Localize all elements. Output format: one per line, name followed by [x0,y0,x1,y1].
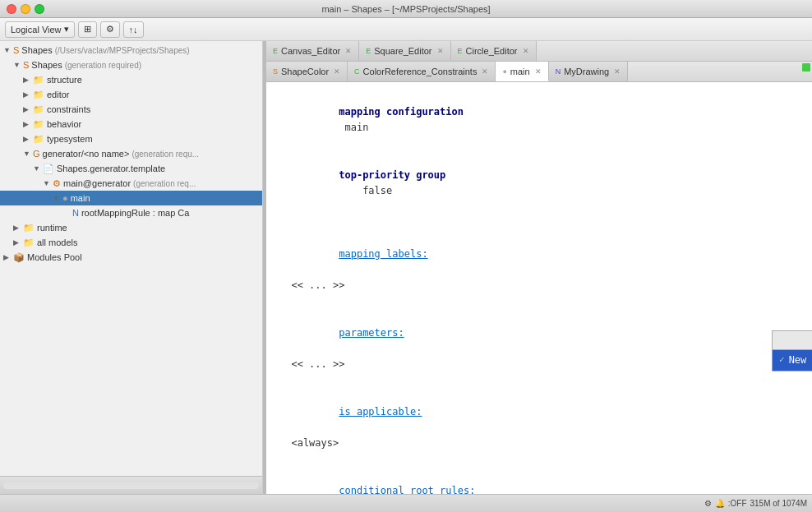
tab-close[interactable]: ✕ [482,67,488,76]
folder-icon: 📁 [33,119,44,130]
tab-square-editor[interactable]: E Square_Editor ✕ [359,41,450,61]
sidebar-item-template[interactable]: ▼ 📄 Shapes.generator.template [0,161,262,176]
code-line-applicable: is applicable: [279,389,799,436]
tree-arrow: ▶ [23,120,31,128]
main-gen-sublabel: (generation req... [133,179,196,188]
toolbar-add-btn[interactable]: ⊞ [78,21,97,38]
tab-close[interactable]: ✕ [334,67,340,76]
editor-content[interactable]: mapping configuration main top-priority … [266,82,812,494]
sidebar-item-allmodels[interactable]: ▶ 📁 all models [0,235,262,250]
add-icon: ⊞ [84,24,91,35]
minimize-button[interactable] [21,4,30,14]
tab-close[interactable]: ✕ [345,47,352,55]
toolbar-settings-btn[interactable]: ⚙ [100,21,120,38]
template-icon: 📄 [43,164,54,174]
horizontal-scrollbar[interactable] [3,482,259,489]
app-container: Logical View ▾ ⊞ ⚙ ↑↓ ▼ S Shapes (/Users… [0,18,812,512]
sidebar-item-main-generator[interactable]: ▼ ⚙ main@generator (generation req... [0,176,262,191]
tab-close[interactable]: ✕ [614,67,621,76]
status-icon1: ⚙ [704,499,712,508]
tree-arrow: ▼ [43,179,51,187]
link-parameters[interactable]: parameters: [339,327,404,339]
window-controls[interactable] [7,4,44,14]
generator-sublabel: (generation requ... [131,150,199,159]
main-label: main [71,193,90,203]
logical-view-btn[interactable]: Logical View ▾ [5,21,75,38]
template-label: Shapes.generator.template [57,164,165,173]
tab-circle-editor[interactable]: E Circle_Editor ✕ [451,41,537,61]
sidebar-item-runtime[interactable]: ▶ 📁 runtime [0,220,262,235]
folder-icon: 📁 [33,104,44,115]
folder-icon: 📁 [33,75,44,85]
tab-shapecolor[interactable]: S ShapeColor ✕ [266,62,348,81]
sidebar-item-typesystem[interactable]: ▶ 📁 typesystem [0,131,262,146]
dropdown-icon: ▾ [64,24,69,35]
status-off: :OFF [728,499,747,508]
toolbar-sort-btn[interactable]: ↑↓ [123,21,144,38]
mapping-icon: N [72,208,79,218]
sidebar-item-behavior[interactable]: ▶ 📁 behavior [0,117,262,131]
kw-main: main [339,122,368,133]
sidebar-item-constraints[interactable]: ▶ 📁 constraints [0,102,262,117]
shapes-root-path: (/Users/vaclav/MPSProjects/Shapes) [55,46,190,55]
sidebar-bottom [0,476,262,494]
tab-label: Canvas_Editor [281,46,340,56]
content-area: ▼ S Shapes (/Users/vaclav/MPSProjects/Sh… [0,41,812,494]
logical-view-label: Logical View [11,25,62,35]
sidebar-item-generator[interactable]: ▼ G generator/<no name> (generation requ… [0,146,262,161]
tab-close[interactable]: ✕ [437,47,444,55]
tab-close[interactable]: ✕ [535,67,542,76]
status-light [802,63,810,71]
kw-topgroup: top-priority group [339,169,445,181]
status-icon2: 🔔 [715,499,725,508]
link-applicable[interactable]: is applicable: [339,406,422,417]
status-memory: 315M of 1074M [750,499,808,508]
modulespool-icon: 📦 [13,252,25,263]
tab-main[interactable]: ● main ✕ [496,62,548,81]
window-title: main – Shapes – [~/MPSProjects/Shapes] [321,4,490,14]
kw-mapping: mapping configuration [339,106,464,118]
toolbar: Logical View ▾ ⊞ ⚙ ↑↓ [0,18,812,41]
tree-arrow: ▶ [23,90,31,99]
close-button[interactable] [7,4,16,14]
title-bar: main – Shapes – [~/MPSProjects/Shapes] [0,0,812,18]
sidebar: ▼ S Shapes (/Users/vaclav/MPSProjects/Sh… [0,41,263,494]
tab-icon: ● [502,67,506,76]
sidebar-item-rootmapping[interactable]: N rootMappingRule : map Ca [0,205,262,220]
editor-label: editor [47,90,70,99]
popup-header: Intentions [772,330,812,349]
sidebar-item-shapes-gen[interactable]: ▼ S Shapes (generation required) [0,58,262,72]
shapes-gen-label: Shapes [31,60,62,70]
popup-item-label: New Root Template [789,353,812,368]
code-line-always: <always> [279,436,799,451]
shapes-gen-icon: S [23,60,29,70]
code-line-blank [279,372,799,388]
sidebar-item-structure[interactable]: ▶ 📁 structure [0,72,262,87]
link-mapping-labels[interactable]: mapping labels: [339,248,427,260]
tab-canvas-editor[interactable]: E Canvas_Editor ✕ [266,41,359,61]
tree-arrow: ▶ [13,224,21,232]
main-gen-label: main@generator [63,178,131,188]
tab-colorref[interactable]: C ColorReference_Constraints ✕ [348,62,496,81]
folder-icon: 📁 [33,134,44,145]
sidebar-item-shapes-root[interactable]: ▼ S Shapes (/Users/vaclav/MPSProjects/Sh… [0,43,262,58]
tab-label: main [510,67,530,76]
sidebar-item-modulespool[interactable]: ▶ 📦 Modules Pool [0,250,262,265]
tab-label: ShapeColor [281,67,329,76]
generator-icon: G [33,149,40,159]
tree-arrow: ▼ [33,164,41,173]
status-bar: ⚙ 🔔 :OFF 315M of 1074M [0,494,812,512]
tree-arrow: ▶ [3,253,12,261]
tab-mydrawing[interactable]: N MyDrawing ✕ [549,62,629,81]
link-conditional[interactable]: conditional root rules: [339,485,475,494]
constraints-label: constraints [47,104,90,114]
maximize-button[interactable] [35,4,44,14]
sidebar-item-main[interactable]: ▼ ● main [0,191,262,205]
runtime-label: runtime [37,223,67,233]
tree-arrow: ▶ [23,76,31,84]
sidebar-item-editor[interactable]: ▶ 📁 editor [0,87,262,102]
tree-arrow: ▼ [23,150,31,158]
tree-arrow: ▼ [13,61,21,69]
popup-new-root-template[interactable]: ✓ New Root Template ▶ [773,350,812,371]
tab-close[interactable]: ✕ [523,47,529,55]
